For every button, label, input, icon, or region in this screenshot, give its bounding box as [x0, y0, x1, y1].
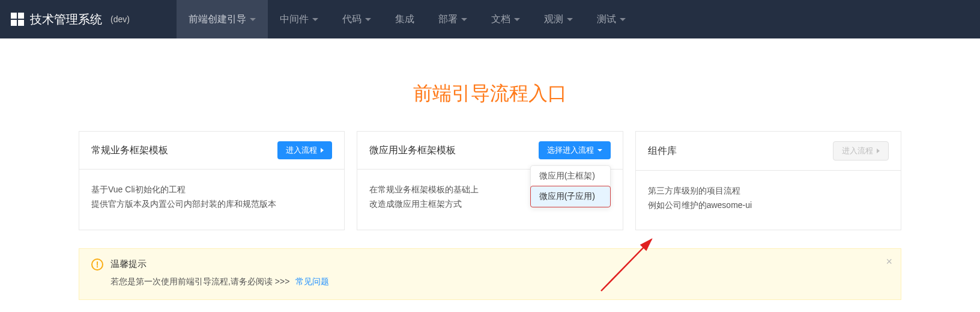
enter-button[interactable]: 选择进入流程 — [539, 141, 611, 159]
nav-item-label: 代码 — [342, 13, 361, 26]
nav-item-0[interactable]: 前端创建引导 — [177, 0, 268, 38]
nav-item-label: 观测 — [544, 13, 563, 26]
button-label: 进入流程 — [842, 145, 873, 156]
warning-icon: ! — [91, 258, 103, 271]
nav-item-label: 文档 — [491, 13, 510, 26]
card-title: 常规业务框架模板 — [91, 144, 168, 157]
chevron-right-icon — [877, 148, 880, 153]
env-label: (dev) — [110, 14, 130, 24]
card-body: 基于Vue Cli初始化的工程提供官方版本及内置公司内部封装的库和规范版本 — [79, 170, 344, 228]
brand: 技术管理系统 (dev) — [0, 11, 141, 28]
card-desc-2: 提供官方版本及内置公司内部封装的库和规范版本 — [91, 197, 332, 212]
app-title: 技术管理系统 — [30, 11, 102, 28]
nav-item-label: 集成 — [395, 13, 414, 26]
card-desc-1: 第三方库级别的项目流程 — [648, 184, 889, 198]
nav-item-7[interactable]: 测试 — [585, 0, 638, 38]
faq-link[interactable]: 常见问题 — [295, 277, 329, 286]
chevron-down-icon — [312, 18, 318, 21]
nav-item-4[interactable]: 部署 — [426, 0, 479, 38]
enter-button-disabled: 进入流程 — [833, 141, 889, 161]
card-head: 微应用业务框架模板选择进入流程 — [357, 132, 622, 170]
nav-item-2[interactable]: 代码 — [330, 0, 383, 38]
chevron-down-icon — [250, 18, 256, 21]
nav-item-3[interactable]: 集成 — [383, 0, 426, 38]
enter-button[interactable]: 进入流程 — [277, 141, 332, 159]
chevron-down-icon — [514, 18, 520, 21]
nav-item-label: 测试 — [597, 13, 616, 26]
card-head: 常规业务框架模板进入流程 — [79, 132, 344, 170]
chevron-down-icon — [567, 18, 573, 21]
card-2: 组件库进入流程第三方库级别的项目流程例如公司维护的awesome-ui — [635, 131, 901, 230]
card-desc-2: 例如公司维护的awesome-ui — [648, 198, 889, 213]
nav-item-5[interactable]: 文档 — [479, 0, 532, 38]
alert-box: × ! 温馨提示 若您是第一次使用前端引导流程,请务必阅读 >>> 常见问题 — [79, 248, 901, 300]
card-body: 第三方库级别的项目流程例如公司维护的awesome-ui — [636, 171, 901, 230]
dropdown-item-1[interactable]: 微应用(子应用) — [530, 186, 611, 207]
card-0: 常规业务框架模板进入流程基于Vue Cli初始化的工程提供官方版本及内置公司内部… — [79, 131, 345, 230]
card-head: 组件库进入流程 — [636, 132, 901, 171]
nav-item-label: 中间件 — [280, 13, 309, 26]
dropdown-menu: 微应用(主框架)微应用(子应用) — [530, 165, 611, 207]
chevron-down-icon — [620, 18, 626, 21]
alert-body-text: 若您是第一次使用前端引导流程,请务必阅读 >>> — [110, 277, 289, 286]
chevron-down-icon — [461, 18, 467, 21]
chevron-down-icon — [365, 18, 371, 21]
button-label: 选择进入流程 — [547, 145, 594, 156]
dropdown-item-0[interactable]: 微应用(主框架) — [531, 166, 610, 186]
nav-item-1[interactable]: 中间件 — [268, 0, 330, 38]
page-title: 前端引导流程入口 — [79, 81, 901, 107]
alert-title: 温馨提示 — [110, 258, 147, 270]
nav-item-label: 部署 — [438, 13, 458, 26]
card-desc-1: 基于Vue Cli初始化的工程 — [91, 183, 332, 197]
card-row: 常规业务框架模板进入流程基于Vue Cli初始化的工程提供官方版本及内置公司内部… — [79, 131, 901, 230]
chevron-down-icon — [597, 149, 602, 151]
button-label: 进入流程 — [286, 145, 317, 156]
close-icon[interactable]: × — [886, 256, 892, 267]
nav-items: 前端创建引导中间件代码集成部署文档观测测试 — [177, 0, 638, 38]
apps-grid-icon — [11, 13, 24, 26]
card-title: 组件库 — [648, 145, 677, 158]
top-nav: 技术管理系统 (dev) 前端创建引导中间件代码集成部署文档观测测试 — [0, 0, 980, 38]
chevron-right-icon — [321, 148, 324, 153]
main-content: 前端引导流程入口 常规业务框架模板进入流程基于Vue Cli初始化的工程提供官方… — [79, 38, 901, 300]
nav-item-label: 前端创建引导 — [189, 13, 246, 26]
card-1: 微应用业务框架模板选择进入流程在常规业务框架模板的基础上改造成微应用主框架方式微… — [357, 131, 623, 230]
nav-item-6[interactable]: 观测 — [532, 0, 585, 38]
card-title: 微应用业务框架模板 — [369, 144, 456, 157]
